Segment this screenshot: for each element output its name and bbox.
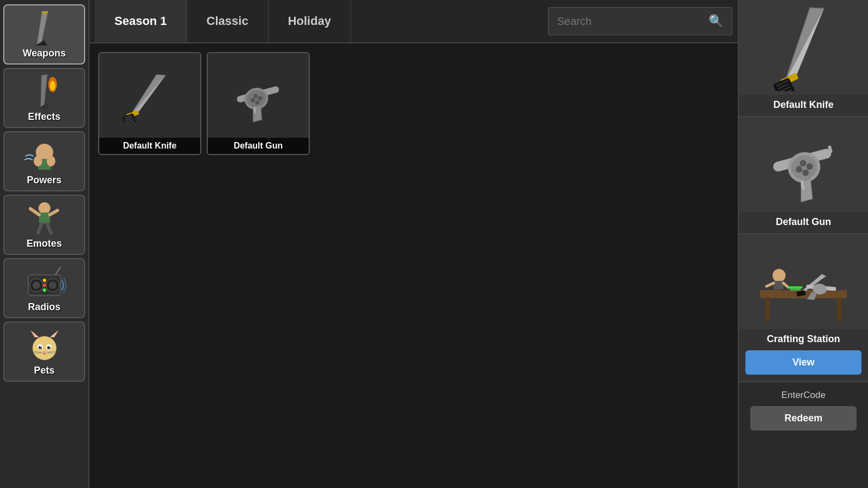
crafting-station-label: Crafting Station [767,333,840,345]
svg-line-14 [50,210,58,215]
radios-icon [23,262,66,300]
svg-line-13 [30,209,39,215]
svg-point-23 [43,279,46,282]
effects-icon [23,72,66,110]
gun-image [208,53,309,138]
svg-rect-76 [765,297,770,322]
sidebar: Weapons Effects [0,0,90,488]
svg-line-22 [55,267,61,275]
sidebar-item-emotes-label: Emotes [27,238,62,249]
svg-line-15 [38,223,42,233]
redeem-button[interactable]: Redeem [750,406,857,431]
gun-preview-image [739,117,868,212]
grid-item-default-knife[interactable]: Default Knife [98,52,201,155]
tab-holiday[interactable]: Holiday [269,0,351,42]
sidebar-item-pets[interactable]: Pets [3,322,85,382]
svg-point-25 [43,288,46,292]
grid-item-default-gun[interactable]: Default Gun [207,52,310,155]
svg-line-16 [47,223,51,233]
pets-icon [23,326,66,364]
code-section: EnterCode Redeem [739,382,868,438]
preview-knife-label: Default Knife [773,99,833,111]
svg-marker-3 [25,74,61,109]
svg-point-26 [33,336,56,360]
svg-rect-12 [39,213,50,223]
sidebar-item-emotes[interactable]: Emotes [3,195,85,255]
svg-point-6 [50,81,55,91]
grid-item-label-gun: Default Gun [208,138,309,154]
search-container[interactable]: 🔍 [548,7,732,35]
crafting-card: Crafting Station View [739,234,868,382]
preview-gun-label: Default Gun [776,216,831,228]
tab-bar: Season 1 Classic Holiday 🔍 [90,0,738,43]
preview-card-gun: Default Gun [739,117,868,234]
search-input[interactable] [557,15,704,28]
tab-classic[interactable]: Classic [187,0,269,42]
svg-rect-79 [774,281,783,290]
sidebar-item-radios[interactable]: Radios [3,258,85,318]
svg-marker-42 [118,72,175,117]
item-grid: Default Knife [90,43,738,488]
svg-point-34 [47,346,50,349]
svg-point-35 [40,346,41,347]
sidebar-item-powers[interactable]: Powers [3,131,85,191]
crafting-image [739,234,868,329]
tab-season1[interactable]: Season 1 [95,0,187,42]
svg-point-33 [39,346,42,349]
enter-code-label: EnterCode [781,390,825,401]
right-panel: Default Knife Default Gun [738,0,868,488]
sidebar-item-powers-label: Powers [27,175,61,186]
svg-marker-58 [760,4,846,84]
knife-image [99,53,200,138]
knife-preview-image [739,0,868,95]
sidebar-item-pets-label: Pets [34,365,54,376]
svg-point-11 [39,202,50,214]
search-icon: 🔍 [709,14,723,28]
preview-card-knife: Default Knife [739,0,868,117]
powers-icon [23,136,66,174]
svg-point-78 [773,269,786,282]
emotes-icon [23,199,66,237]
sidebar-item-effects-label: Effects [28,111,60,123]
main-content: Season 1 Classic Holiday 🔍 [90,0,738,488]
sidebar-item-weapons[interactable]: Weapons [3,4,85,65]
svg-line-80 [767,283,774,286]
svg-marker-73 [796,178,816,202]
svg-point-10 [47,156,55,166]
sidebar-item-effects[interactable]: Effects [3,68,85,128]
svg-point-21 [49,281,56,289]
view-crafting-button[interactable]: View [745,350,861,375]
svg-point-19 [33,281,40,289]
weapons-icon [23,9,66,47]
svg-marker-0 [23,10,60,46]
grid-item-label-knife: Default Knife [99,138,200,154]
svg-marker-59 [762,8,845,84]
svg-point-9 [34,156,42,166]
svg-point-24 [43,284,46,287]
svg-rect-77 [837,297,841,322]
svg-line-81 [783,283,788,287]
svg-marker-43 [119,75,175,118]
sidebar-item-weapons-label: Weapons [23,48,66,59]
svg-rect-88 [788,286,802,288]
svg-point-36 [49,346,50,347]
sidebar-item-radios-label: Radios [28,301,60,313]
